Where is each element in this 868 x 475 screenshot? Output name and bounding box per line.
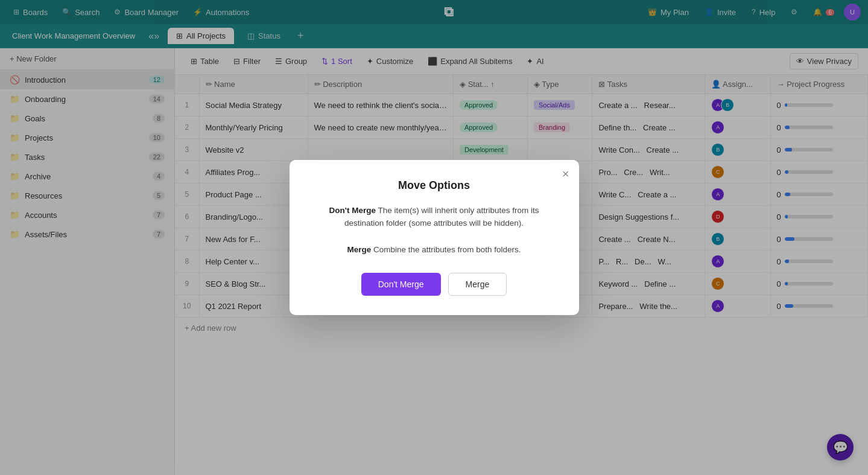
modal-actions: Don't Merge Merge xyxy=(314,273,555,296)
move-options-modal: × Move Options Don't Merge The item(s) w… xyxy=(290,160,579,315)
modal-close-button[interactable]: × xyxy=(562,167,569,181)
merge-text: Combine the attributes from both folders… xyxy=(373,245,521,254)
merge-button[interactable]: Merge xyxy=(448,273,507,296)
dont-merge-button[interactable]: Don't Merge xyxy=(361,273,441,296)
modal-body: Don't Merge The item(s) will inherit onl… xyxy=(314,204,555,256)
modal-overlay[interactable]: × Move Options Don't Merge The item(s) w… xyxy=(0,0,868,475)
merge-description: Merge Combine the attributes from both f… xyxy=(314,243,555,257)
dont-merge-description: Don't Merge The item(s) will inherit onl… xyxy=(314,204,555,230)
dont-merge-bold: Don't Merge xyxy=(329,206,375,215)
modal-title: Move Options xyxy=(314,179,555,192)
merge-bold: Merge xyxy=(347,245,371,254)
